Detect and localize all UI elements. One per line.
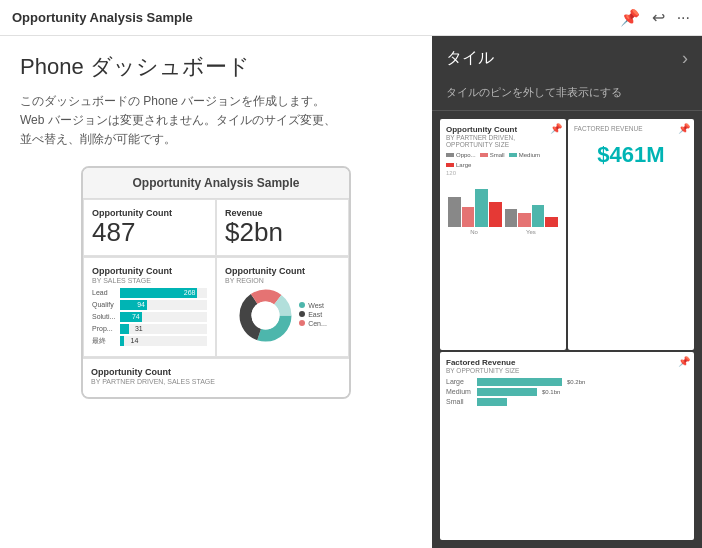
bar-group-yes (505, 205, 559, 227)
left-panel: Phone ダッシュボード このダッシュボードの Phone バージョンを作成し… (0, 36, 432, 548)
donut-chart (238, 288, 293, 343)
svg-point-4 (252, 301, 280, 329)
bar-label-1: Qualify (92, 301, 120, 308)
bar-outer-1: 94 (120, 300, 207, 310)
right-panel-hint: タイルのピンを外して非表示にする (432, 81, 702, 111)
bar-yes-1 (518, 213, 531, 227)
hbar-val-large: $0.2bn (567, 379, 585, 385)
legend-color-1 (480, 153, 488, 157)
phone-bottom-tile-title: Opportunity Count (91, 367, 341, 378)
bar-inner-2: 74 (120, 312, 142, 322)
top-bar-title: Opportunity Analysis Sample (12, 10, 193, 25)
hbar-chart: Large $0.2bn Medium $0.1bn Small (446, 378, 688, 406)
rp-tile-pin-2[interactable]: 📌 (678, 123, 690, 134)
more-icon[interactable]: ··· (677, 9, 690, 27)
rp-tile-grouped-bar: 📌 Opportunity Count BY PARTNER DRIVEN, O… (440, 119, 566, 350)
bar-outer-2: 74 (120, 312, 207, 322)
phone-mockup: Opportunity Analysis Sample Opportunity … (81, 166, 351, 399)
legend-item-0: Oppo... (446, 152, 476, 158)
phone-header: Opportunity Analysis Sample (83, 168, 349, 199)
legend-color-3 (446, 163, 454, 167)
legend-item-2: Medium (509, 152, 540, 158)
pin-icon[interactable]: 📌 (620, 8, 640, 27)
hbar-label-large: Large (446, 378, 474, 385)
phone-tile-region-subtitle: BY REGION (225, 277, 340, 284)
undo-icon[interactable]: ↩ (652, 8, 665, 27)
rp-tile-hbar: 📌 Factored Revenue BY OPPORTUNITY SIZE L… (440, 352, 694, 541)
bar-no-1 (462, 207, 475, 227)
legend-west: West (299, 302, 327, 309)
phone-tile-revenue: Revenue $2bn (216, 199, 349, 256)
phone-tile-count: Opportunity Count 487 (83, 199, 216, 256)
legend-text-0: Oppo... (456, 152, 476, 158)
bar-yes-2 (532, 205, 545, 227)
donut-container: West East Cen... (225, 288, 340, 343)
bar-group-no (448, 189, 502, 227)
bar-value-4: 14 (131, 337, 139, 344)
hbar-bar-small (477, 398, 507, 406)
legend-text-2: Medium (519, 152, 540, 158)
bar-label-0: Lead (92, 289, 120, 296)
bar-inner-3: 31 (120, 324, 129, 334)
page-description: このダッシュボードの Phone バージョンを作成します。 Web バージョンは… (20, 92, 412, 150)
bar-inner-0: 268 (120, 288, 197, 298)
bar-row-1: Qualify 94 (92, 300, 207, 310)
x-label-yes: Yes (526, 229, 536, 235)
bar-row-3: Prop... 31 (92, 324, 207, 334)
mini-bars-grouped (446, 182, 560, 227)
rp-tile-subtitle-1: BY PARTNER DRIVEN, OPPORTUNITY SIZE (446, 134, 560, 148)
bar-inner-1: 94 (120, 300, 147, 310)
phone-tile-region: Opportunity Count BY REGION (216, 257, 349, 357)
donut-legend: West East Cen... (299, 302, 327, 329)
bar-value-3: 31 (135, 325, 143, 332)
right-panel-header: タイル › (432, 36, 702, 81)
legend-item-3: Large (446, 162, 471, 168)
bar-chart: Lead 268 Qualify (92, 288, 207, 346)
bar-no-2 (475, 189, 488, 227)
hbar-bar-medium (477, 388, 537, 396)
rp-tile-value: 📌 Factored Revenue $461M (568, 119, 694, 350)
phone-bottom-tile: Opportunity Count BY PARTNER DRIVEN, SAL… (83, 358, 349, 397)
phone-mid-tiles: Opportunity Count BY SALES STAGE Lead 26… (83, 257, 349, 358)
right-panel-title: タイル (446, 48, 494, 69)
legend-color-0 (446, 153, 454, 157)
bar-no-0 (448, 197, 461, 227)
bar-label-4: 最終 (92, 336, 120, 346)
bar-row-4: 最終 14 (92, 336, 207, 346)
hbar-label-medium: Medium (446, 388, 474, 395)
phone-tile-sales-stage-subtitle: BY SALES STAGE (92, 277, 207, 284)
right-panel-chevron[interactable]: › (682, 48, 688, 69)
bar-value-1: 94 (137, 301, 145, 308)
main-content: Phone ダッシュボード このダッシュボードの Phone バージョンを作成し… (0, 36, 702, 548)
right-panel: タイル › タイルのピンを外して非表示にする 📌 Opportunity Cou… (432, 36, 702, 548)
bar-no-3 (489, 202, 502, 227)
phone-tile-revenue-value: $2bn (225, 218, 340, 247)
rp-tile-subtitle-3: BY OPPORTUNITY SIZE (446, 367, 688, 374)
bar-label-3: Prop... (92, 325, 120, 332)
rp-tile-title-3: Factored Revenue (446, 358, 688, 367)
legend-cen: Cen... (299, 320, 327, 327)
right-panel-tiles: 📌 Opportunity Count BY PARTNER DRIVEN, O… (432, 111, 702, 548)
x-label-no: No (470, 229, 478, 235)
rp-tile-pin-3[interactable]: 📌 (678, 356, 690, 367)
bar-label-2: Soluti... (92, 313, 120, 320)
bar-row-0: Lead 268 (92, 288, 207, 298)
bar-outer-4: 14 (120, 336, 207, 346)
bar-outer-0: 268 (120, 288, 207, 298)
top-bar: Opportunity Analysis Sample 📌 ↩ ··· (0, 0, 702, 36)
phone-body: Opportunity Count 487 Revenue $2bn Oppor… (83, 199, 349, 397)
x-labels: No Yes (446, 229, 560, 235)
bar-value-2: 74 (132, 313, 140, 320)
phone-tile-region-title: Opportunity Count (225, 266, 340, 277)
hbar-row-large: Large $0.2bn (446, 378, 688, 386)
phone-tile-sales-stage-title: Opportunity Count (92, 266, 207, 277)
phone-tile-count-value: 487 (92, 218, 207, 247)
legend-dot-cen (299, 320, 305, 326)
hbar-row-small: Small (446, 398, 688, 406)
rp-tile-pin-1[interactable]: 📌 (550, 123, 562, 134)
bar-yes-0 (505, 209, 518, 227)
legend-label-west: West (308, 302, 324, 309)
legend-text-1: Small (490, 152, 505, 158)
legend-color-2 (509, 153, 517, 157)
bar-yes-3 (545, 217, 558, 227)
